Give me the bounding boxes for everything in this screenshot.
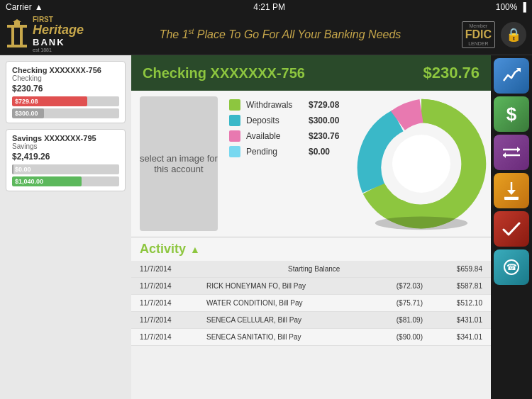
svg-rect-3 bbox=[7, 45, 27, 47]
security-button[interactable]: 🔒 bbox=[501, 22, 526, 47]
tagline-rest: Place To Go For All Your Banking Needs bbox=[194, 28, 401, 40]
row-desc-3: SENECA CELLULAR, Bill Pay bbox=[206, 316, 363, 324]
checkmark-button[interactable] bbox=[494, 211, 529, 247]
savings-bar-1: $0.00 bbox=[12, 164, 119, 174]
legend-item-withdrawals: Withdrawals $729.08 bbox=[229, 99, 343, 111]
checking-bar-2: $300.00 bbox=[12, 108, 119, 118]
svg-marker-8 bbox=[517, 147, 520, 152]
svg-text:☎: ☎ bbox=[506, 262, 517, 272]
row-balance-0: $659.84 bbox=[457, 265, 482, 273]
checking-bar-1-label: $729.08 bbox=[15, 98, 38, 105]
checking-account-card[interactable]: Checking XXXXXXX-756 Checking $230.76 $7… bbox=[6, 61, 126, 123]
savings-progress-bars: $0.00 $1,040.00 bbox=[12, 164, 119, 186]
activity-header: Activity ▲ bbox=[131, 237, 491, 261]
carrier-text: Carrier bbox=[6, 2, 32, 12]
logo-area: FIRST Heritage BANK est 1881 bbox=[6, 16, 119, 53]
fdic-badge: Member FDIC LENDER bbox=[462, 21, 495, 48]
fdic-text: FDIC bbox=[465, 28, 492, 41]
legend-label-withdrawals: Withdrawals bbox=[246, 100, 303, 110]
investments-button[interactable] bbox=[494, 58, 529, 94]
account-detail-title: Checking XXXXXXX-756 bbox=[143, 65, 305, 82]
svg-marker-12 bbox=[507, 190, 516, 195]
logo-pillar-icon bbox=[6, 19, 28, 50]
savings-card-type: Savings bbox=[12, 142, 119, 150]
legend-value-available: $230.76 bbox=[309, 131, 339, 141]
row-date-0: 11/7/2014 bbox=[140, 265, 172, 273]
logo-heritage: Heritage bbox=[33, 23, 84, 38]
checking-card-title: Checking XXXXXXX-756 bbox=[12, 66, 119, 74]
account-body: select an image for this account Withdra… bbox=[131, 91, 491, 237]
svg-rect-4 bbox=[14, 22, 20, 28]
savings-account-card[interactable]: Savings XXXXXXX-795 Savings $2,419.26 $0… bbox=[6, 129, 126, 191]
status-right: 100% ▐ bbox=[496, 2, 526, 12]
legend-label-deposits: Deposits bbox=[246, 116, 303, 125]
logo-text: FIRST Heritage BANK est 1881 bbox=[33, 16, 84, 53]
chart-shadow bbox=[375, 217, 467, 230]
fdic-lender: LENDER bbox=[468, 41, 488, 46]
svg-marker-5 bbox=[13, 19, 21, 22]
chart-legend: Withdrawals $729.08 Deposits $300.00 Ava… bbox=[229, 96, 343, 231]
legend-item-deposits: Deposits $300.00 bbox=[229, 115, 343, 126]
row-amount-2: ($75.71) bbox=[366, 299, 423, 307]
row-date-1: 11/7/2014 bbox=[140, 282, 204, 290]
legend-item-available: Available $230.76 bbox=[229, 130, 343, 142]
checking-bar-2-label: $300.00 bbox=[15, 110, 38, 117]
wifi-icon: ▲ bbox=[35, 2, 43, 12]
activity-title: Activity bbox=[140, 242, 186, 257]
savings-bar-2: $1,040.00 bbox=[12, 176, 119, 186]
phone-icon: ☎ bbox=[502, 258, 521, 276]
battery-text: 100% bbox=[496, 2, 518, 12]
account-detail-balance: $230.76 bbox=[423, 64, 480, 82]
row-balance-4: $341.01 bbox=[426, 333, 482, 341]
activity-table: 11/7/2014 Starting Balance $659.84 11/7/… bbox=[131, 261, 491, 346]
donut-hole bbox=[392, 135, 450, 193]
legend-dot-withdrawals bbox=[229, 99, 240, 111]
status-bar: Carrier ▲ 4:21 PM 100% ▐ bbox=[0, 0, 532, 14]
svg-rect-2 bbox=[20, 28, 23, 45]
savings-bar-1-fill bbox=[12, 164, 13, 174]
tagline-text1: The 1 bbox=[160, 28, 189, 40]
row-balance-1: $587.81 bbox=[426, 282, 482, 290]
activity-row-2: 11/7/2014 WATER CONDITIONI, Bill Pay ($7… bbox=[131, 295, 491, 312]
checkmark-icon bbox=[502, 221, 521, 237]
right-nav: $ ☎ bbox=[491, 55, 532, 399]
row-balance-2: $512.10 bbox=[426, 299, 482, 307]
center-content: Checking XXXXXXX-756 $230.76 select an i… bbox=[131, 55, 491, 399]
sort-arrow-icon[interactable]: ▲ bbox=[190, 244, 200, 255]
savings-bar-2-label: $1,040.00 bbox=[15, 178, 43, 185]
row-desc-1: RICK HONEYMAN FO, Bill Pay bbox=[206, 282, 363, 290]
dollar-sign-icon: $ bbox=[506, 103, 516, 125]
download-button[interactable] bbox=[494, 173, 529, 208]
segment-deposits bbox=[370, 120, 398, 188]
contact-button[interactable]: ☎ bbox=[494, 249, 529, 285]
legend-value-withdrawals: $729.08 bbox=[309, 100, 339, 110]
transfer-icon bbox=[501, 145, 521, 159]
legend-item-pending: Pending $0.00 bbox=[229, 146, 343, 157]
logo-bank: BANK bbox=[33, 38, 84, 47]
legend-label-pending: Pending bbox=[246, 147, 303, 157]
row-desc-2: WATER CONDITIONI, Bill Pay bbox=[206, 299, 363, 307]
donut-chart bbox=[354, 96, 489, 231]
header: FIRST Heritage BANK est 1881 The 1st Pla… bbox=[0, 14, 532, 55]
checking-bar-1: $729.08 bbox=[12, 96, 119, 106]
fdic-member: Member bbox=[469, 23, 487, 28]
svg-marker-10 bbox=[503, 152, 506, 158]
investments-icon bbox=[502, 67, 521, 85]
row-date-2: 11/7/2014 bbox=[140, 299, 204, 307]
row-date-3: 11/7/2014 bbox=[140, 316, 204, 324]
activity-row-4: 11/7/2014 SENECA SANITATIO, Bill Pay ($9… bbox=[131, 329, 491, 346]
row-desc-4: SENECA SANITATIO, Bill Pay bbox=[206, 333, 363, 341]
svg-rect-14 bbox=[504, 198, 519, 200]
money-button[interactable]: $ bbox=[494, 96, 529, 132]
account-image-placeholder[interactable]: select an image for this account bbox=[140, 96, 218, 231]
row-amount-3: ($81.09) bbox=[366, 316, 423, 324]
transfer-button[interactable] bbox=[494, 135, 529, 170]
row-date-4: 11/7/2014 bbox=[140, 333, 204, 341]
row-amount-1: ($72.03) bbox=[366, 282, 423, 290]
legend-label-available: Available bbox=[246, 131, 303, 141]
segment-available bbox=[398, 111, 421, 120]
row-desc-0: Starting Balance bbox=[288, 265, 340, 273]
accounts-sidebar: Checking XXXXXXX-756 Checking $230.76 $7… bbox=[0, 55, 131, 399]
activity-row-3: 11/7/2014 SENECA CELLULAR, Bill Pay ($81… bbox=[131, 312, 491, 329]
header-right: Member FDIC LENDER 🔒 bbox=[441, 21, 526, 48]
